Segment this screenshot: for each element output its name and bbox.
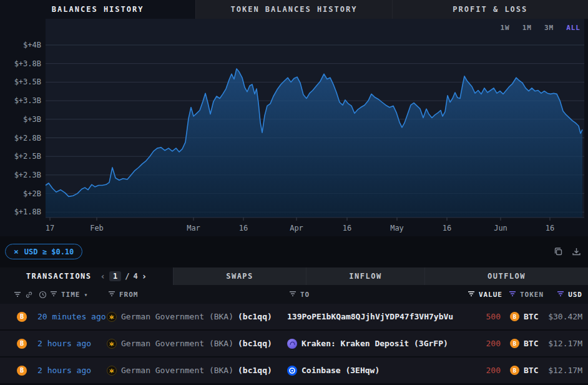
top-tab-profit-loss[interactable]: PROFIT & LOSS (392, 0, 588, 19)
x-axis-label: 16 (546, 224, 554, 232)
tx-time[interactable]: 2 hours ago (37, 358, 91, 383)
range-button-1m[interactable]: 1M (522, 24, 532, 32)
prev-page-icon[interactable]: ‹ (100, 271, 105, 281)
time-range-selector: 1W1M3MALL (500, 24, 581, 32)
y-axis-label: $+2.8B (14, 134, 41, 142)
to-entity-name[interactable]: Kraken: Kraken Deposit (3GrFP) (301, 339, 448, 348)
filter-chain-column-icon[interactable] (14, 285, 21, 304)
from-cell[interactable]: German Government (BKA) (bc1qq) (107, 358, 272, 383)
value-amount: 500 (486, 304, 501, 329)
to-cell[interactable]: Kraken: Kraken Deposit (3GrFP) (287, 331, 448, 356)
range-button-1w[interactable]: 1W (500, 24, 509, 32)
y-axis-label: $+3.3B (14, 96, 41, 105)
german-government-icon (107, 339, 117, 349)
top-tab-bar: BALANCES HISTORYTOKEN BALANCES HISTORYPR… (0, 0, 588, 19)
link-column-icon[interactable] (25, 285, 33, 304)
german-government-icon (107, 312, 117, 322)
usd-column-header[interactable]: USD (557, 285, 582, 304)
time-column-header[interactable]: TIME ▾ (50, 285, 89, 304)
btc-icon: B (510, 312, 519, 321)
table-tab-swaps[interactable]: SWAPS (173, 268, 306, 285)
x-axis-label: Feb (90, 224, 104, 232)
token-column-header[interactable]: TOKEN (509, 285, 544, 304)
x-axis-label: 16 (239, 224, 248, 232)
from-entity-name[interactable]: German Government (BKA) (121, 339, 233, 348)
filter-funnel-icon[interactable] (289, 291, 296, 297)
chevron-down-icon[interactable]: ▾ (84, 291, 89, 298)
table-tab-label: OUTFLOW (488, 272, 526, 281)
from-entity-address[interactable]: (bc1qq) (238, 339, 272, 348)
filter-funnel-icon[interactable] (50, 291, 57, 297)
to-address[interactable]: 139PoPE1bKQam8QJjhVjYDP47f3VH7ybVu (287, 312, 453, 321)
page-separator: / (125, 272, 129, 281)
token-cell: B BTC (510, 304, 538, 329)
from-entity-address[interactable]: (bc1qq) (238, 312, 272, 321)
x-axis-label: May (390, 224, 404, 232)
from-cell[interactable]: German Government (BKA) (bc1qq) (107, 331, 272, 356)
to-entity-name[interactable]: Coinbase (3EHqw) (301, 366, 380, 375)
btc-icon: B (510, 366, 519, 375)
filter-funnel-icon[interactable] (14, 291, 21, 298)
filter-funnel-icon[interactable] (468, 291, 475, 297)
pagination: ‹1/4› (100, 271, 147, 281)
kraken-icon (287, 339, 297, 349)
clock-icon (39, 285, 47, 304)
from-entity-name[interactable]: German Government (BKA) (121, 312, 233, 321)
tx-time[interactable]: 20 minutes ago (37, 304, 106, 329)
from-column-header[interactable]: FROM (108, 285, 139, 304)
y-axis-label: $+2.5B (14, 152, 41, 161)
y-axis-label: $+3.5B (14, 78, 41, 86)
x-axis-label: Jun (494, 224, 507, 232)
x-axis-label: 17 (46, 224, 54, 232)
usd-value: $12.17M (548, 331, 582, 356)
x-axis-label: 16 (343, 224, 351, 232)
from-cell[interactable]: German Government (BKA) (bc1qq) (107, 304, 272, 329)
token-cell: B BTC (510, 331, 538, 356)
x-axis-label: Apr (290, 224, 303, 232)
y-axis-label: $+3.8B (14, 59, 41, 68)
from-entity-address[interactable]: (bc1qq) (238, 366, 272, 375)
y-axis-label: $+4B (23, 41, 41, 49)
balances-history-chart[interactable]: $+4B$+3.8B$+3.5B$+3.3B$+3B$+2.8B$+2.5B$+… (0, 19, 588, 236)
filter-chip-label: USD ≥ $0.10 (24, 248, 74, 256)
value-column-header[interactable]: VALUE (468, 285, 502, 304)
table-tab-outflow[interactable]: OUTFLOW (424, 268, 588, 285)
download-icon[interactable] (571, 246, 582, 257)
tx-time[interactable]: 2 hours ago (37, 331, 91, 356)
y-axis-label: $+3B (23, 115, 41, 124)
top-tab-token-balances-history[interactable]: TOKEN BALANCES HISTORY (195, 0, 391, 19)
value-amount: 200 (486, 331, 501, 356)
btc-icon: B (17, 366, 27, 376)
usd-filter-chip[interactable]: × USD ≥ $0.10 (5, 244, 82, 259)
to-cell[interactable]: Coinbase (3EHqw) (287, 358, 380, 383)
range-button-3m[interactable]: 3M (544, 24, 554, 32)
table-tab-label: SWAPS (226, 272, 253, 281)
transaction-row[interactable]: B2 hours ago German Government (BKA) (bc… (0, 331, 588, 356)
from-entity-name[interactable]: German Government (BKA) (121, 366, 233, 375)
copy-icon[interactable] (553, 246, 564, 257)
x-axis-label: 16 (443, 224, 451, 232)
chain-cell: B (17, 358, 27, 383)
next-page-icon[interactable]: › (142, 271, 147, 281)
table-tab-transactions[interactable]: TRANSACTIONS‹1/4› (0, 268, 173, 285)
filter-funnel-icon[interactable] (108, 291, 115, 297)
transaction-row[interactable]: B20 minutes ago German Government (BKA) … (0, 304, 588, 329)
to-column-header[interactable]: TO (289, 285, 310, 304)
filter-funnel-icon[interactable] (557, 291, 564, 297)
usd-value: $12.17M (548, 358, 582, 383)
to-cell[interactable]: 139PoPE1bKQam8QJjhVjYDP47f3VH7ybVu (287, 304, 453, 329)
top-tab-balances-history[interactable]: BALANCES HISTORY (0, 0, 195, 19)
filter-funnel-icon[interactable] (509, 291, 516, 297)
chain-cell: B (17, 304, 27, 329)
chain-cell: B (17, 331, 27, 356)
btc-icon: B (17, 312, 27, 322)
range-button-all[interactable]: ALL (566, 24, 581, 32)
transaction-row[interactable]: B2 hours ago German Government (BKA) (bc… (0, 358, 588, 383)
btc-icon: B (510, 339, 519, 348)
remove-filter-icon[interactable]: × (14, 247, 19, 256)
total-pages: 4 (133, 272, 137, 281)
table-tab-bar: TRANSACTIONS‹1/4›SWAPSINFLOWOUTFLOW (0, 268, 588, 285)
usd-value: $30.42M (548, 304, 582, 329)
token-cell: B BTC (510, 358, 538, 383)
table-tab-inflow[interactable]: INFLOW (306, 268, 424, 285)
